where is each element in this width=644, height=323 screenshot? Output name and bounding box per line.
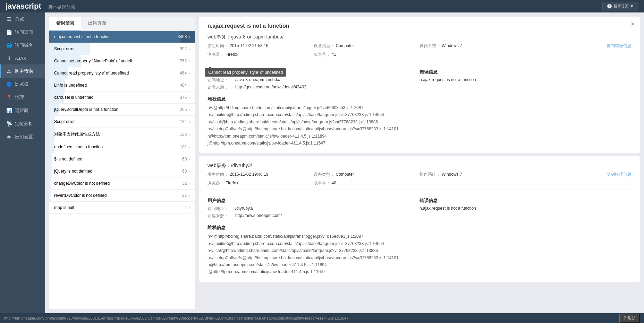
error-count-13: 32 [182, 181, 187, 186]
error-count-11: 69 [182, 157, 187, 162]
copy-error-btn-2[interactable]: 复制错误信息 [607, 172, 632, 177]
operation-icon: 📊 [6, 108, 12, 113]
error-item-13[interactable]: changeDivColor is not defined 32 › [49, 177, 195, 190]
sidebar-item-overview[interactable]: ☰ 总览 [0, 12, 45, 26]
sidebar-item-ajax[interactable]: ℹ AJAX [0, 52, 45, 64]
sidebar-item-label-ajax: AJAX [15, 56, 26, 61]
error-item-10[interactable]: undefined is not a function 101 › [49, 141, 195, 153]
user-info-title-1: 用户信息 [207, 69, 420, 75]
help-label: 帮助 [627, 315, 636, 321]
tab-error-page[interactable]: 出错页面 [81, 17, 113, 30]
time-range-button[interactable]: 🕐 最新3天 ▼ [602, 2, 638, 11]
error-item-4[interactable]: Cannot read property 'style' of undefine… [49, 67, 195, 79]
chevron-right-icon-3: › [189, 59, 190, 63]
error-text-13: changeDivColor is not defined [54, 181, 182, 186]
occur-time-label-2: 发生时间： [207, 172, 228, 177]
sidebar-item-visit-domain[interactable]: 🌐 访问域名 [0, 39, 45, 52]
browser-value-2: Firefox [226, 181, 238, 185]
visit-url-row-1: 访问地址： /java-8-oneapm-lambda/ [207, 77, 420, 83]
sidebar-item-operation[interactable]: 📊 运营商 [0, 104, 45, 117]
error-text-8: Script error [54, 119, 180, 124]
error-count-3: 762 [180, 59, 187, 63]
referer-row-2: 访客来源： http://news.oneapm.com/ [207, 213, 420, 219]
occur-time-value-2: 2015-11-02 19:48:19 [230, 172, 268, 177]
version-value-2: 40 [332, 181, 336, 185]
error-item-2[interactable]: Script error. 992 › [49, 43, 195, 55]
page-title: javascript [6, 2, 41, 11]
web-service-2: web事务：/diyruby3/ [207, 163, 632, 169]
stack-title-2: 堆栈信息 [207, 225, 632, 231]
error-count-6: 376 [180, 95, 187, 100]
help-button[interactable]: ? 帮助 [619, 314, 640, 323]
web-service-label-2: web事务：/diyruby3/ [207, 163, 252, 169]
error-item-5[interactable]: Linfo is undefined 404 › [49, 79, 195, 91]
chevron-right-icon-6: › [189, 95, 190, 99]
os-value-2: Windows 7 [442, 172, 462, 177]
topbar: javascript 脚本错误信息 🕐 最新3天 ▼ [0, 0, 644, 12]
topbar-right: 🕐 最新3天 ▼ [602, 2, 638, 11]
error-text-14: revertDivColor is not defined [54, 193, 182, 198]
sidebar-item-app-settings[interactable]: ✱ 应用设置 [0, 130, 45, 143]
chevron-right-icon-11: › [189, 157, 190, 161]
error-item-12[interactable]: jQuery is not defined 60 › [49, 165, 195, 177]
stack-info-1: h/<@http://bdimg.share.baidu.com/static/… [207, 104, 632, 147]
chevron-right-icon-4: › [189, 71, 190, 75]
page-subtitle: 脚本错误信息 [48, 4, 75, 10]
copy-error-btn-1[interactable]: 复制错误信息 [607, 43, 632, 49]
stack-title-1: 堆栈信息 [207, 96, 632, 102]
detail-cols-2: 用户信息 访问地址： /diyruby3/ 访客来源： http://news.… [207, 193, 632, 220]
sidebar-item-location-analysis[interactable]: 📡 定位分析 [0, 117, 45, 130]
user-info-col-1: 用户信息 访问地址： /java-8-oneapm-lambda/ 访客来源： … [207, 65, 420, 92]
chevron-right-icon-7: › [189, 107, 190, 112]
error-item-11[interactable]: $ is not defined 69 › [49, 153, 195, 165]
error-text-4: Cannot read property 'style' of undefine… [54, 71, 180, 76]
error-item-3[interactable]: Cannot set property 'tNamePlain' of unde… [49, 55, 195, 67]
detail-card-2: web事务：/diyruby3/ 发生时间： 2015-11-02 19:48:… [199, 156, 640, 281]
error-item-7[interactable]: jQuery.scrollDepth is not a function 265… [49, 104, 195, 116]
sidebar-item-geo[interactable]: 📍 地理 [0, 91, 45, 104]
chevron-right-icon-14: › [189, 193, 190, 198]
error-count-14: 21 [182, 193, 187, 198]
error-item-8[interactable]: Script error 134 › [49, 116, 195, 128]
os-group-2: 操作系统： Windows 7 [420, 172, 526, 177]
clock-icon: 🕐 [607, 4, 612, 9]
sidebar-item-script-error[interactable]: ⚠ 脚本错误 [0, 64, 45, 78]
sidebar-item-browser[interactable]: 🔵 浏览器 [0, 78, 45, 91]
error-item-15[interactable]: map is null 4 › [49, 202, 195, 214]
close-button-1[interactable]: ✕ [630, 21, 635, 27]
tab-error-info[interactable]: 错误信息 [49, 17, 81, 30]
error-text-6: carousel is undefined [54, 95, 180, 100]
visit-url-label-2: 访问地址： [207, 206, 235, 212]
sidebar-item-visit-page[interactable]: 📄 访问页面 [0, 26, 45, 39]
chevron-right-icon-10: › [189, 145, 190, 149]
empty-group-2 [420, 180, 526, 186]
error-text-12: jQuery is not defined [54, 169, 182, 174]
geo-icon: 📍 [6, 95, 12, 100]
statusbar: http://rum.oneapm.com/tpm/account/723/br… [0, 313, 644, 323]
visit-url-row-2: 访问地址： /diyruby3/ [207, 206, 420, 212]
error-item-14[interactable]: revertDivColor is not defined 21 › [49, 190, 195, 202]
sidebar-item-label-app-settings: 应用设置 [15, 134, 33, 140]
version-label-1: 版本号： [314, 52, 330, 58]
error-items-list: n.ajax.request is not a function 3458 › … [49, 31, 195, 309]
error-text-3: Cannot set property 'tNamePlain' of unde… [54, 59, 180, 63]
empty-group-1 [420, 52, 526, 58]
error-text-10: undefined is not a function [54, 145, 180, 149]
error-count-5: 404 [180, 83, 187, 88]
main-layout: ☰ 总览 📄 访问页面 🌐 访问域名 ℹ AJAX ⚠ 脚本错误 🔵 浏览器 📍… [0, 12, 644, 313]
warning-icon: ⚠ [6, 68, 12, 74]
error-item-1[interactable]: n.ajax.request is not a function 3458 › [49, 31, 195, 43]
app-settings-icon: ✱ [6, 134, 12, 140]
error-text-5: Linfo is undefined [54, 83, 180, 88]
chevron-right-icon-1: › [189, 35, 190, 39]
help-icon: ? [624, 316, 626, 321]
occur-time-group-2: 发生时间： 2015-11-02 19:48:19 [207, 172, 314, 177]
error-item-6[interactable]: carousel is undefined 376 › [49, 91, 195, 104]
chevron-right-icon-13: › [189, 181, 190, 185]
occur-time-value-1: 2015-11-02 21:58:16 [230, 43, 268, 48]
location-analysis-icon: 📡 [6, 121, 12, 126]
referer-label-1: 访客来源： [207, 85, 235, 90]
error-item-9[interactable]: 对象不支持此属性或方法 133 › [49, 128, 195, 141]
browser-label-2: 浏览器： [207, 180, 224, 186]
status-url: http://rum.oneapm.com/tpm/account/723/br… [4, 316, 348, 320]
